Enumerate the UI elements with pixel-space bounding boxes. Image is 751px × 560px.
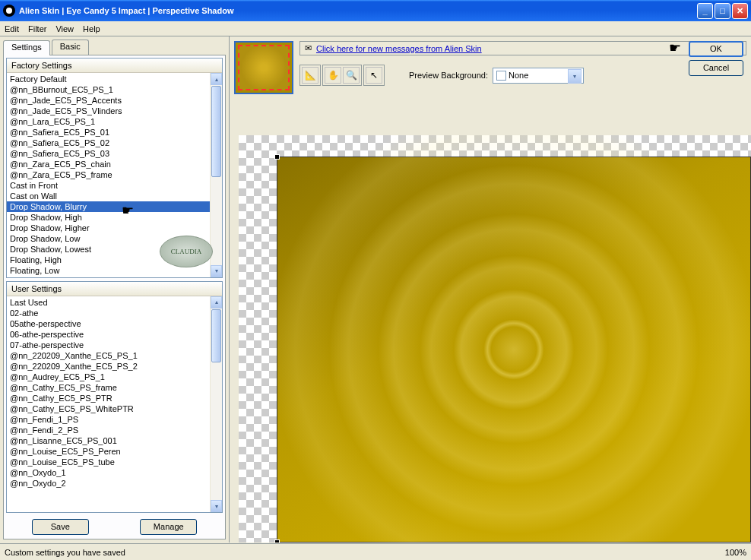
list-item[interactable]: 07-athe-perspective xyxy=(7,340,222,350)
maximize-button[interactable]: □ xyxy=(715,3,730,19)
preview-bg-combo[interactable]: None xyxy=(493,68,584,84)
list-item[interactable]: Cast in Front xyxy=(7,180,222,191)
list-item[interactable]: @nn_220209_Xanthe_EC5_PS_2 xyxy=(7,361,222,372)
tab-settings[interactable]: Settings xyxy=(3,40,50,55)
minimize-button[interactable]: _ xyxy=(697,3,713,19)
factory-header: Factory Settings xyxy=(7,59,222,73)
preview-image xyxy=(248,135,751,543)
titlebar: Alien Skin | Eye Candy 5 Impact | Perspe… xyxy=(0,0,751,21)
navigator-thumbnail[interactable] xyxy=(234,41,293,94)
ruler-tool-icon[interactable]: 📐 xyxy=(302,67,318,84)
list-item[interactable]: Drop Shadow, Blurry xyxy=(7,201,222,212)
resize-handle[interactable] xyxy=(274,154,280,160)
status-bar: Custom settings you have saved 100% xyxy=(0,543,751,560)
list-item[interactable]: @nn_220209_Xanthe_EC5_PS_1 xyxy=(7,350,222,361)
list-item[interactable]: Drop Shadow, Low xyxy=(7,233,222,244)
list-item[interactable]: Factory Default xyxy=(7,74,222,84)
list-item[interactable]: @nn_Zara_EC5_PS_chain xyxy=(7,159,222,169)
list-item[interactable]: @nn_Jade_EC5_PS_Accents xyxy=(7,95,222,106)
list-item[interactable]: @nn_Oxydo_2 xyxy=(7,478,222,489)
list-item[interactable]: @nn_Cathy_EC5_PS_frame xyxy=(7,382,222,393)
list-item[interactable]: @nn_Louise_EC5_PS_Peren xyxy=(7,446,222,457)
list-item[interactable]: Floating, Low xyxy=(7,265,222,276)
mail-icon: ✉ xyxy=(305,43,312,53)
factory-settings-list[interactable]: Factory Settings Factory Default@nn_BBur… xyxy=(6,58,223,278)
menu-filter[interactable]: Filter xyxy=(28,24,46,33)
list-item[interactable]: @nn_Louise_EC5_PS_tube xyxy=(7,457,222,467)
hand-tool-icon[interactable]: ✋ xyxy=(325,67,341,84)
tab-basic[interactable]: Basic xyxy=(52,40,89,55)
save-button[interactable]: Save xyxy=(32,519,89,535)
list-item[interactable]: @nn_Jade_EC5_PS_Vlinders xyxy=(7,106,222,116)
list-item[interactable]: @nn_BBurnout_EC5_PS_1 xyxy=(7,84,222,95)
close-button[interactable]: ✕ xyxy=(732,3,748,19)
ok-button[interactable]: OK xyxy=(689,41,743,57)
list-item[interactable]: @nn_Safiera_EC5_PS_02 xyxy=(7,138,222,148)
menu-help[interactable]: Help xyxy=(83,24,100,33)
list-item[interactable]: Drop Shadow, High xyxy=(7,212,222,223)
scrollbar[interactable]: ▴ ▾ xyxy=(210,73,222,277)
pointer-hand-icon: ☛ xyxy=(122,202,134,219)
list-item[interactable]: @nn_Lara_EC5_PS_1 xyxy=(7,116,222,127)
preview-area[interactable] xyxy=(239,135,751,543)
svg-point-0 xyxy=(6,8,12,14)
list-item[interactable]: @nn_Oxydo_1 xyxy=(7,467,222,478)
list-item[interactable]: 05athe-perspective xyxy=(7,318,222,329)
resize-handle[interactable] xyxy=(274,539,280,543)
scrollbar[interactable]: ▴ ▾ xyxy=(210,296,222,512)
list-item[interactable]: @nn_Fendi_1_PS xyxy=(7,414,222,425)
zoom-level: 100% xyxy=(725,548,746,557)
list-item[interactable]: Cast on Wall xyxy=(7,191,222,201)
preview-bg-value: None xyxy=(509,71,528,80)
zoom-tool-icon[interactable]: 🔍 xyxy=(343,67,360,84)
left-panel: Settings Basic Factory Settings Factory … xyxy=(0,36,230,543)
preview-canvas[interactable] xyxy=(277,157,751,543)
list-item[interactable]: Floating, High xyxy=(7,255,222,265)
list-item[interactable]: @nn_Cathy_EC5_PS_PTR xyxy=(7,393,222,403)
list-item[interactable]: @nn_Safiera_EC5_PS_01 xyxy=(7,127,222,138)
pointer-hand-icon: ☛ xyxy=(669,40,681,56)
list-item[interactable]: @nn_Audrey_EC5_PS_1 xyxy=(7,372,222,382)
message-link[interactable]: Click here for new messages from Alien S… xyxy=(316,44,482,53)
arrow-tool-icon[interactable]: ↖ xyxy=(366,67,382,84)
list-item[interactable]: 02-athe xyxy=(7,308,222,318)
list-item[interactable]: Last Used xyxy=(7,297,222,308)
list-item[interactable]: @nn_Cathy_EC5_PS_WhitePTR xyxy=(7,403,222,414)
menubar: Edit Filter View Help xyxy=(0,21,751,36)
list-item[interactable]: 06-athe-perspective xyxy=(7,329,222,340)
status-text: Custom settings you have saved xyxy=(5,548,125,557)
list-item[interactable]: Drop Shadow, Higher xyxy=(7,223,222,233)
list-item[interactable]: @nn_Fendi_2_PS xyxy=(7,425,222,435)
list-item[interactable]: @nn_Lisanne_EC5_PS_001 xyxy=(7,435,222,446)
window-title: Alien Skin | Eye Candy 5 Impact | Perspe… xyxy=(19,6,697,15)
list-item[interactable]: @nn_Safiera_EC5_PS_03 xyxy=(7,148,222,159)
list-item[interactable]: @nn_Zara_EC5_PS_frame xyxy=(7,169,222,180)
right-panel: ✉ Click here for new messages from Alien… xyxy=(230,36,751,543)
menu-view[interactable]: View xyxy=(55,24,74,33)
list-item[interactable]: Drop Shadow, Lowest xyxy=(7,244,222,255)
preview-bg-label: Preview Background: xyxy=(409,71,488,80)
manage-button[interactable]: Manage xyxy=(140,519,197,535)
menu-edit[interactable]: Edit xyxy=(5,24,19,33)
app-icon xyxy=(3,5,15,17)
checkbox-icon xyxy=(496,71,506,81)
user-header: User Settings xyxy=(7,282,222,296)
user-settings-list[interactable]: User Settings Last Used02-athe05athe-per… xyxy=(6,281,223,513)
cancel-button[interactable]: Cancel xyxy=(689,60,743,76)
